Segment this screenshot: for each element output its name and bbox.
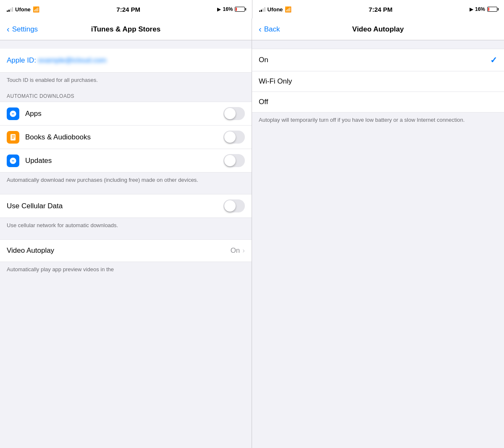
wifi-icon-left: 📶 [33,6,39,13]
app-store-svg [9,110,17,118]
main-panels: Apple ID: example@icloud.com Touch ID is… [0,40,504,448]
battery-fill-left [236,8,237,11]
back-chevron-right: ‹ [259,24,262,34]
apps-toggle-knob [224,108,236,119]
updates-svg [9,157,17,165]
right-nav-title: Video Autoplay [352,25,404,34]
option-wifi-label: Wi-Fi Only [259,77,497,86]
autoplay-options-list: On ✓ Wi-Fi Only Off [252,49,504,113]
option-on-row[interactable]: On ✓ [252,49,504,71]
cellular-data-label: Use Cellular Data [7,202,223,210]
battery-percent-left: 16% [223,6,233,12]
touch-id-info: Touch ID is enabled for all purchases. [0,73,252,90]
apps-icon [7,107,19,120]
auto-download-desc: Automatically download new purchases (in… [0,173,252,190]
time-left: 7:24 PM [116,6,140,13]
video-autoplay-label: Video Autoplay [7,246,231,255]
time-right: 7:24 PM [369,6,393,13]
books-toggle[interactable] [223,131,245,144]
books-toggle-knob [224,131,236,143]
carrier-right: Ufone [268,6,283,13]
cellular-desc: Use cellular network for automatic downl… [0,218,252,235]
status-bar-left: Ufone 📶 7:24 PM ▶ 16% [0,0,252,18]
back-label-right: Back [264,25,280,34]
back-button-right[interactable]: ‹ Back [259,24,280,34]
apps-row: Apps [0,102,252,126]
apple-id-text: Apple ID: example@icloud.com [7,56,106,64]
touch-id-text: Touch ID is enabled for all purchases. [7,77,98,83]
wifi-icon-right: 📶 [285,6,291,13]
option-wifi-row[interactable]: Wi-Fi Only [252,71,504,92]
signal-bars-right [259,7,265,12]
video-autoplay-value: On [231,246,240,255]
left-nav-title: iTunes & App Stores [91,25,160,34]
back-label-left: Settings [12,25,38,34]
video-autoplay-chevron: › [242,246,245,255]
status-bar-right: Ufone 📶 7:24 PM ▶ 16% [252,0,504,18]
apps-toggle[interactable] [223,107,245,120]
cellular-data-toggle[interactable] [223,199,245,212]
video-autoplay-row[interactable]: Video Autoplay On › [0,240,252,262]
apple-id-email: example@icloud.com [38,56,107,64]
cellular-data-row: Use Cellular Data [0,194,252,217]
books-icon [7,131,19,144]
battery-left [235,7,245,12]
status-right-carrier-area: Ufone 📶 [259,6,292,13]
carrier-left: Ufone [15,6,31,13]
books-label: Books & Audiobooks [25,133,223,141]
status-right-left-panel: ▶ 16% [217,6,245,12]
option-on-label: On [259,56,490,64]
books-svg [9,134,17,141]
apps-label: Apps [25,110,223,118]
video-autoplay-section: Video Autoplay On › [0,239,252,262]
updates-label: Updates [25,157,223,165]
nav-right: ‹ Back Video Autoplay [252,18,504,40]
location-icon-right: ▶ [470,7,473,12]
status-right-right-panel: ▶ 16% [470,6,497,12]
signal-bars-left [7,7,13,12]
option-off-row[interactable]: Off [252,92,504,112]
battery-right [487,7,497,12]
updates-icon [7,155,19,167]
option-on-checkmark: ✓ [490,55,497,65]
location-icon-left: ▶ [217,7,220,12]
battery-fill-right [488,8,489,11]
status-left-carrier-area: Ufone 📶 [7,6,39,13]
cellular-data-section: Use Cellular Data [0,194,252,218]
updates-toggle-knob [224,155,236,166]
updates-toggle[interactable] [223,154,245,167]
updates-row: Updates [0,149,252,172]
automatic-downloads-header: AUTOMATIC DOWNLOADS [0,90,252,102]
left-panel: Apple ID: example@icloud.com Touch ID is… [0,40,252,448]
autoplay-description: Autoplay will temporarily turn off if yo… [252,113,504,130]
cellular-toggle-knob [224,200,236,212]
apple-id-row[interactable]: Apple ID: example@icloud.com [0,49,252,73]
option-off-label: Off [259,98,497,106]
back-chevron-left: ‹ [7,24,10,34]
battery-body-right [487,7,497,12]
battery-percent-right: 16% [475,6,485,12]
apple-id-prefix: Apple ID: [7,56,38,64]
video-autoplay-desc: Automatically play app preview videos in… [0,262,252,279]
status-bar: Ufone 📶 7:24 PM ▶ 16% Ufone 📶 7:2 [0,0,504,18]
books-row: Books & Audiobooks [0,126,252,149]
automatic-downloads-list: Apps Books & Audiobooks [0,102,252,173]
right-panel: On ✓ Wi-Fi Only Off Autoplay will tempor… [252,40,504,448]
nav-bar: ‹ Settings iTunes & App Stores ‹ Back Vi… [0,18,504,40]
nav-left: ‹ Settings iTunes & App Stores [0,18,252,40]
battery-body-left [235,7,245,12]
settings-back-button[interactable]: ‹ Settings [7,24,38,34]
